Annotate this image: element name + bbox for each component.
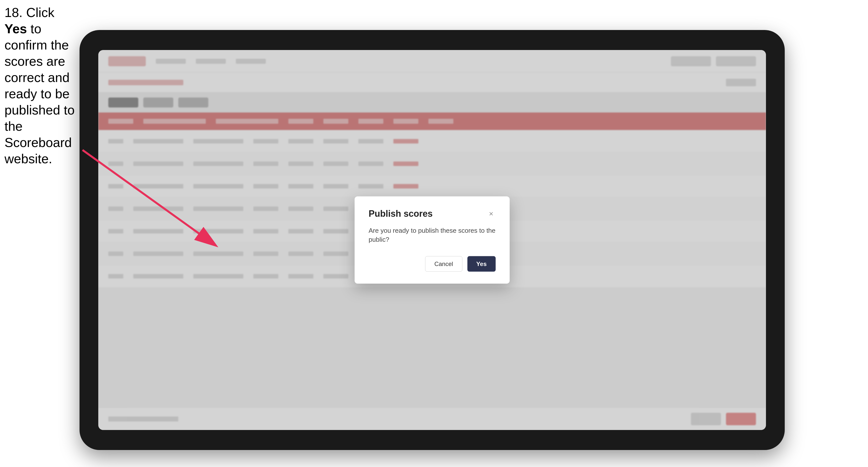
dialog-close-button[interactable]: ×	[487, 209, 496, 218]
cancel-button[interactable]: Cancel	[425, 256, 462, 272]
tablet-device: Publish scores × Are you ready to publis…	[80, 30, 785, 450]
instruction-text-before: Click	[23, 5, 54, 20]
dialog-message: Are you ready to publish these scores to…	[369, 226, 496, 244]
publish-scores-dialog: Publish scores × Are you ready to publis…	[354, 196, 510, 284]
instruction-text: 18. Click Yes to confirm the scores are …	[4, 4, 77, 167]
instruction-number: 18.	[4, 5, 23, 20]
dialog-header: Publish scores ×	[369, 209, 496, 219]
instruction-text-after: to confirm the scores are correct and re…	[4, 22, 74, 166]
instruction-bold: Yes	[4, 22, 27, 36]
dialog-footer: Cancel Yes	[369, 256, 496, 272]
yes-button[interactable]: Yes	[467, 256, 496, 272]
tablet-screen: Publish scores × Are you ready to publis…	[98, 50, 766, 430]
dialog-title: Publish scores	[369, 209, 433, 219]
